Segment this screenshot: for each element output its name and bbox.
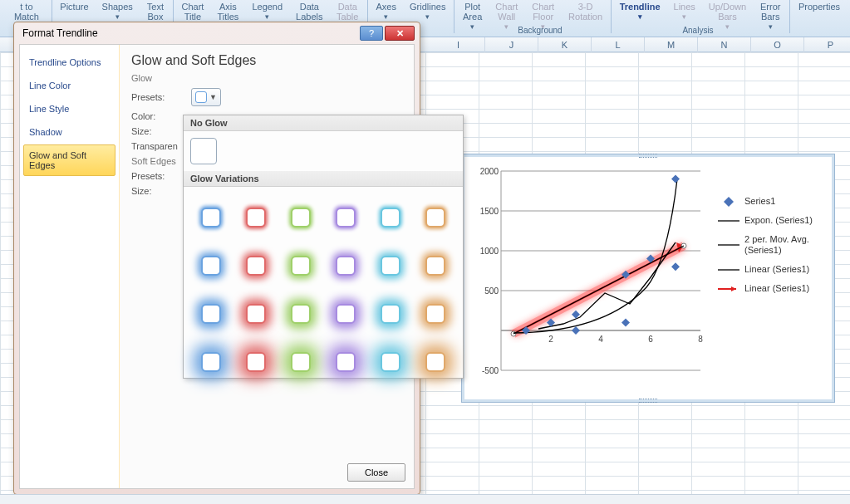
ribbon-legend[interactable]: Legend▾ xyxy=(245,0,289,22)
ribbon-updown-bars: Up/Down Bars▾ xyxy=(702,0,753,22)
chart-handle-top[interactable] xyxy=(639,154,657,158)
column-header[interactable]: P xyxy=(804,37,850,52)
flyout-variations-header: Glow Variations xyxy=(184,171,463,187)
ribbon-axes[interactable]: Axes▾ xyxy=(370,0,403,22)
svg-text:1500: 1500 xyxy=(480,207,499,216)
glow-option[interactable] xyxy=(415,195,456,240)
chart-legend[interactable]: Series1 Expon. (Series1) 2 per. Mov. Avg… xyxy=(718,188,826,302)
glow-option[interactable] xyxy=(280,243,322,288)
column-header[interactable]: M xyxy=(645,37,698,52)
ribbon-3d-rotation: 3-D Rotation xyxy=(562,0,609,22)
glow-option[interactable] xyxy=(415,243,456,288)
svg-text:6: 6 xyxy=(648,335,653,344)
svg-text:-500: -500 xyxy=(482,366,499,375)
glow-option[interactable] xyxy=(280,195,322,240)
chart-plot[interactable]: 2000 1500 1000 500 -500 2 4 6 8 xyxy=(472,163,705,379)
glow-option[interactable] xyxy=(190,243,232,288)
glow-option[interactable] xyxy=(280,340,322,384)
glow-option[interactable] xyxy=(190,291,232,336)
ribbon-text-box[interactable]: Text Box xyxy=(140,0,171,22)
data-point[interactable] xyxy=(671,175,680,183)
ribbon-shapes[interactable]: Shapes▾ xyxy=(96,0,140,22)
svg-text:8: 8 xyxy=(698,335,703,344)
svg-text:500: 500 xyxy=(484,286,499,296)
column-header[interactable]: J xyxy=(485,37,538,52)
glow-option[interactable] xyxy=(235,243,277,288)
nav-line-style[interactable]: Line Style xyxy=(23,98,115,120)
glow-option[interactable] xyxy=(235,291,277,336)
svg-line-21 xyxy=(513,246,684,334)
no-glow-option[interactable] xyxy=(190,138,217,164)
close-icon[interactable]: ✕ xyxy=(385,26,415,41)
nav-trendline-options[interactable]: Trendline Options xyxy=(23,51,115,73)
chart-object[interactable]: 2000 1500 1000 500 -500 2 4 6 8 xyxy=(461,154,835,403)
ribbon-lines: Lines▾ xyxy=(667,0,702,22)
dialog-title: Format Trendline xyxy=(22,27,98,39)
ribbon-group-background: Background xyxy=(499,26,582,35)
ribbon-chart-wall: Chart Wall▾ xyxy=(489,0,524,22)
close-button[interactable]: Close xyxy=(347,463,405,482)
column-header[interactable]: K xyxy=(538,37,592,52)
glow-option[interactable] xyxy=(280,291,322,336)
glow-presets-flyout: No Glow Glow Variations xyxy=(183,115,464,379)
legend-movavg[interactable]: 2 per. Mov. Avg. (Series1) xyxy=(718,234,826,256)
svg-text:2: 2 xyxy=(548,335,553,344)
glow-option[interactable] xyxy=(190,195,232,240)
glow-option[interactable] xyxy=(235,340,277,384)
ribbon-data-table: Data Table▾ xyxy=(330,0,366,22)
nav-line-color[interactable]: Line Color xyxy=(23,75,115,96)
legend-linear2[interactable]: Linear (Series1) xyxy=(718,283,826,294)
data-point[interactable] xyxy=(622,318,630,326)
glow-option[interactable] xyxy=(325,243,366,288)
glow-option[interactable] xyxy=(190,340,232,384)
glow-option[interactable] xyxy=(370,243,411,288)
ribbon-trendline[interactable]: Trendline▾ xyxy=(613,0,667,22)
flyout-noglow-header: No Glow xyxy=(184,115,463,131)
dialog-nav: Trendline OptionsLine ColorLine StyleSha… xyxy=(20,45,120,488)
sheet-tab-bar[interactable] xyxy=(0,494,850,504)
glow-option[interactable] xyxy=(370,340,411,384)
ribbon-group-analysis: Analysis xyxy=(656,26,739,35)
dialog-titlebar[interactable]: Format Trendline ? ✕ xyxy=(14,22,420,44)
glow-option[interactable] xyxy=(415,291,456,336)
column-header[interactable]: O xyxy=(751,37,804,52)
svg-text:4: 4 xyxy=(598,335,603,344)
ribbon-gridlines[interactable]: Gridlines▾ xyxy=(403,0,452,22)
ribbon-properties[interactable]: Properties xyxy=(792,0,847,22)
legend-linear[interactable]: Linear (Series1) xyxy=(718,264,826,275)
glow-option[interactable] xyxy=(415,340,456,384)
glow-option[interactable] xyxy=(370,195,411,240)
nav-shadow[interactable]: Shadow xyxy=(23,121,115,143)
help-button[interactable]: ? xyxy=(360,26,383,41)
ribbon-error-bars[interactable]: Error Bars▾ xyxy=(753,0,788,22)
nav-glow-and-soft-edges[interactable]: Glow and Soft Edges xyxy=(23,144,115,176)
column-header[interactable]: L xyxy=(592,37,645,52)
svg-marker-22 xyxy=(724,197,734,207)
glow-option[interactable] xyxy=(325,195,366,240)
ribbon-chart-floor: Chart Floor▾ xyxy=(524,0,562,22)
ribbon-match-style[interactable]: t to Match Style xyxy=(3,0,50,22)
column-header[interactable]: I xyxy=(432,37,485,52)
data-point[interactable] xyxy=(671,262,680,271)
ribbon-plot-area[interactable]: Plot Area▾ xyxy=(456,0,489,22)
glow-option[interactable] xyxy=(325,340,366,384)
svg-marker-27 xyxy=(731,286,736,291)
ribbon-chart-title[interactable]: Chart Title▾ xyxy=(175,0,211,22)
legend-expon[interactable]: Expon. (Series1) xyxy=(718,215,826,226)
glow-section-label: Glow xyxy=(131,73,402,83)
column-header[interactable]: N xyxy=(698,37,751,52)
glow-presets-dropdown[interactable]: ▼ xyxy=(191,88,221,106)
glow-option[interactable] xyxy=(325,291,366,336)
legend-series1[interactable]: Series1 xyxy=(718,196,826,207)
svg-text:2000: 2000 xyxy=(480,167,499,176)
content-heading: Glow and Soft Edges xyxy=(131,53,402,68)
ribbon-data-labels[interactable]: Data Labels▾ xyxy=(289,0,329,22)
chart-handle-bottom[interactable] xyxy=(639,399,657,403)
presets-label: Presets: xyxy=(131,92,191,102)
ribbon-axis-titles[interactable]: Axis Titles▾ xyxy=(210,0,245,22)
ribbon-picture[interactable]: Picture xyxy=(53,0,95,22)
data-point[interactable] xyxy=(572,326,580,335)
glow-option[interactable] xyxy=(370,291,411,336)
glow-option[interactable] xyxy=(235,195,277,240)
svg-text:1000: 1000 xyxy=(480,247,499,256)
